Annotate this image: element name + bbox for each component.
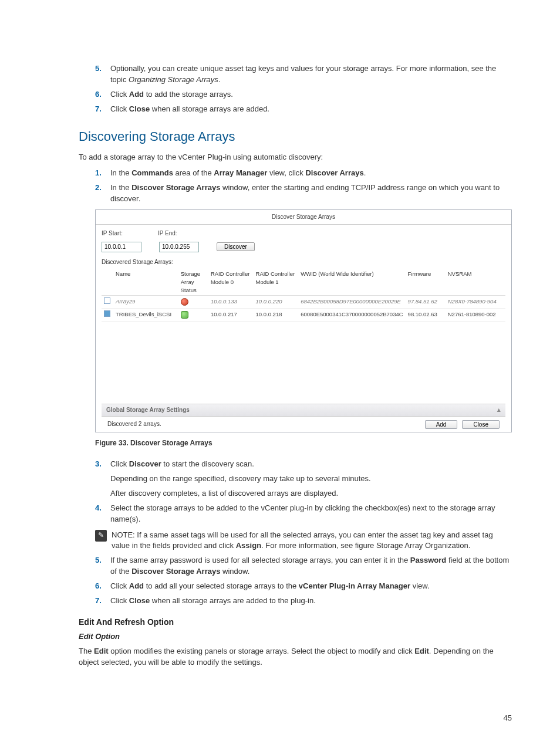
table-cell-ctrl1: 10.0.0.220: [254, 296, 299, 309]
list-text: In the Discover Storage Arrays window, e…: [110, 182, 512, 205]
global-settings-bar[interactable]: Global Storage Array Settings ▴: [102, 404, 505, 417]
discover-storage-arrays-dialog: Discover Storage Arrays IP Start: IP End…: [95, 209, 512, 432]
list-item: 7.Click Close when all storage arrays ar…: [95, 596, 512, 607]
list-item: 6.Click Add to add the storage arrays.: [95, 89, 512, 100]
ip-start-label: IP Start:: [102, 229, 123, 238]
note-block: ✎ NOTE: If a same asset tags will be use…: [95, 530, 512, 552]
list-number: 4.: [95, 503, 110, 525]
ip-end-input[interactable]: [159, 242, 199, 252]
document-page: 5.Optionally, you can create unique asse…: [0, 0, 560, 744]
edit-option-paragraph: The Edit option modifies the existing pa…: [79, 646, 512, 668]
ip-start-input[interactable]: [102, 242, 141, 252]
list-number: 6.: [95, 89, 110, 100]
status-line: Discovered 2 arrays.: [107, 420, 161, 429]
list-item: 7.Click Close when all storage arrays ar…: [95, 104, 512, 115]
discover-button[interactable]: Discover: [217, 242, 255, 251]
list-number: 3.: [95, 459, 110, 499]
table-cell-wwid: 60080E5000341C370000000052B7034C: [298, 309, 405, 322]
table-cell-nvsram: N2761-810890-002: [446, 309, 505, 322]
table-cell-firmware: 98.10.02.63: [406, 309, 446, 322]
list-text: Optionally, you can create unique asset …: [110, 63, 512, 86]
dialog-title: Discover Storage Arrays: [96, 210, 511, 225]
table-header: RAID Controller Module 0: [208, 269, 254, 296]
table-cell-select[interactable]: [102, 309, 113, 322]
table-header: Storage Array Status: [178, 269, 208, 296]
status-ok-icon: [181, 311, 188, 319]
table-header: WWID (World Wide Identifier): [298, 269, 405, 296]
numbered-list-2a: 1.In the Commands area of the Array Mana…: [95, 168, 512, 205]
table-cell-ctrl0: 10.0.0.217: [208, 309, 254, 322]
figure-container: Discover Storage Arrays IP Start: IP End…: [95, 209, 512, 432]
subheading-edit-option: Edit Option: [79, 631, 512, 642]
numbered-list-top: 5.Optionally, you can create unique asse…: [95, 63, 512, 114]
add-button[interactable]: Add: [425, 420, 458, 429]
table-cell-select[interactable]: [102, 296, 113, 309]
list-number: 1.: [95, 168, 110, 179]
table-header: Firmware: [406, 269, 446, 296]
table-cell-wwid: 6842B2B00058D97E00000000E20029E: [298, 296, 405, 309]
global-settings-label: Global Storage Array Settings: [106, 406, 190, 415]
note-icon: ✎: [95, 530, 107, 542]
list-item: 5.Optionally, you can create unique asse…: [95, 63, 512, 86]
list-item: 2.In the Discover Storage Arrays window,…: [95, 182, 512, 205]
status-error-icon: [181, 298, 188, 306]
numbered-list-2b1: 3.Click Discover to start the discovery …: [95, 459, 512, 525]
collapse-icon: ▴: [497, 405, 501, 415]
table-cell-name: Array29: [113, 296, 178, 309]
ip-end-label: IP End:: [158, 229, 177, 238]
subheading-edit-refresh: Edit And Refresh Option: [79, 616, 512, 628]
table-header: Name: [113, 269, 178, 296]
list-number: 5.: [95, 555, 110, 577]
discovered-arrays-label: Discovered Storage Arrays:: [102, 258, 505, 267]
list-item: 1.In the Commands area of the Array Mana…: [95, 168, 512, 179]
list-item: 6.Click Add to add all your selected sto…: [95, 581, 512, 592]
section-heading-discovering: Discovering Storage Arrays: [79, 127, 512, 146]
list-item: 4.Select the storage arrays to be added …: [95, 503, 512, 525]
list-item: 5.If the same array password is used for…: [95, 555, 512, 577]
list-text: Click Close when all storage arrays are …: [110, 596, 512, 607]
list-number: 5.: [95, 63, 110, 86]
table-cell-status: [178, 296, 208, 309]
list-text: Select the storage arrays to be added to…: [110, 503, 512, 525]
numbered-list-2b2: 5.If the same array password is used for…: [95, 555, 512, 606]
lead-paragraph: To add a storage array to the vCenter Pl…: [79, 152, 512, 163]
list-item: 3.Click Discover to start the discovery …: [95, 459, 512, 499]
list-number: 2.: [95, 182, 110, 205]
table-cell-status: [178, 309, 208, 322]
list-text: Click Discover to start the discovery sc…: [110, 459, 512, 499]
table-cell-nvsram: N28X0-784890-904: [446, 296, 505, 309]
table-cell-name: TRIBES_Devils_iSCSI: [113, 309, 178, 322]
page-number: 45: [504, 713, 512, 724]
table-cell-firmware: 97.84.51.62: [406, 296, 446, 309]
list-text: Click Add to add the storage arrays.: [110, 89, 512, 100]
table-cell-ctrl1: 10.0.0.218: [254, 309, 299, 322]
list-text: In the Commands area of the Array Manage…: [110, 168, 512, 179]
note-text: NOTE: If a same asset tags will be used …: [112, 530, 512, 552]
table-header: NVSRAM: [446, 269, 505, 296]
list-text: Click Close when all storage arrays are …: [110, 104, 512, 115]
list-number: 7.: [95, 104, 110, 115]
table-header-checkbox: [102, 269, 113, 296]
list-text: Click Add to add all your selected stora…: [110, 581, 512, 592]
list-number: 7.: [95, 596, 110, 607]
figure-caption: Figure 33. Discover Storage Arrays: [95, 438, 512, 448]
table-header: RAID Controller Module 1: [254, 269, 299, 296]
close-button[interactable]: Close: [462, 420, 500, 429]
row-checkbox[interactable]: [104, 297, 110, 304]
list-number: 6.: [95, 581, 110, 592]
list-text: If the same array password is used for a…: [110, 555, 512, 577]
discovered-arrays-table: NameStorage Array StatusRAID Controller …: [102, 269, 505, 322]
table-cell-ctrl0: 10.0.0.133: [208, 296, 254, 309]
row-checkbox[interactable]: [104, 310, 110, 317]
